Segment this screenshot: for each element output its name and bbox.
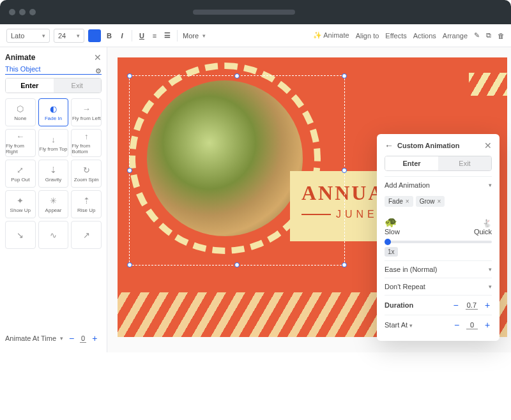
more-menu[interactable]: More	[183, 32, 199, 40]
list-button[interactable]: ☰	[163, 31, 172, 40]
chevron-down-icon: ▾	[489, 266, 492, 273]
minus-button[interactable]: −	[67, 333, 76, 343]
burst-icon: ✳	[50, 196, 57, 206]
tab-enter[interactable]: Enter	[6, 79, 54, 93]
anim-fly-right[interactable]: ←Fly from Right	[5, 129, 36, 157]
timing-value[interactable]: 0	[80, 334, 86, 343]
anim-none[interactable]: ⬡None	[5, 98, 36, 126]
cube-icon: ⬡	[17, 104, 24, 114]
panel-title: Custom Animation	[397, 142, 480, 149]
duration-row: Duration − 0.7 +	[385, 295, 492, 315]
start-at-label: Start At ▾	[385, 321, 413, 329]
italic-button[interactable]: I	[118, 32, 126, 40]
wand-icon[interactable]: ✎	[474, 31, 480, 40]
actions-button[interactable]: Actions	[413, 32, 436, 40]
fade-icon: ◐	[50, 104, 57, 114]
chip-remove-icon[interactable]: ×	[438, 198, 441, 205]
animate-button[interactable]: ✨ Animate	[313, 31, 349, 40]
resize-handle[interactable]	[127, 73, 132, 79]
resize-handle[interactable]	[342, 73, 347, 79]
curve-icon: ∿	[50, 230, 57, 240]
anim-fade-in[interactable]: ◐Fade In	[38, 98, 69, 126]
copy-icon[interactable]: ⧉	[486, 31, 491, 40]
arrow-icon: ↗	[83, 230, 90, 240]
font-size-select[interactable]: 24 ▾	[54, 29, 84, 43]
slider-thumb[interactable]	[385, 239, 391, 245]
resize-handle[interactable]	[127, 262, 132, 267]
arrow-up-icon: ↑	[84, 131, 89, 141]
plus-button[interactable]: +	[483, 320, 492, 330]
arrange-button[interactable]: Arrange	[443, 32, 468, 40]
anim-appear[interactable]: ✳Appear	[38, 190, 69, 218]
back-icon[interactable]: ←	[385, 140, 393, 151]
food-image[interactable]	[147, 80, 303, 236]
arrow-down-icon: ↓	[51, 135, 56, 144]
slow-label: Slow	[385, 228, 400, 236]
turtle-icon: 🐢	[385, 216, 400, 228]
chevron-down-icon: ▾	[42, 33, 45, 39]
arrow-icon: ↘	[17, 230, 24, 240]
sparkle-icon: ✦	[17, 196, 24, 206]
timing-label: Animate At Time	[5, 334, 56, 342]
align-to-button[interactable]: Align to	[356, 32, 379, 40]
plus-button[interactable]: +	[483, 300, 492, 310]
anim-more-1[interactable]: ↘	[5, 221, 36, 249]
repeat-select[interactable]: Don't Repeat ▾	[385, 278, 492, 295]
rise-icon: ⇡	[83, 196, 90, 206]
bold-button[interactable]: B	[105, 32, 114, 40]
anim-pop-out[interactable]: ⤢Pop Out	[5, 160, 36, 188]
close-icon[interactable]: ✕	[94, 52, 102, 63]
anim-rise-up[interactable]: ⇡Rise Up	[71, 190, 102, 218]
gear-icon[interactable]: ⚙	[95, 67, 102, 75]
add-animation-row[interactable]: Add Animation ▾	[385, 176, 492, 193]
font-label: Lato	[11, 32, 24, 40]
chevron-down-icon[interactable]: ▾	[60, 335, 63, 341]
url-bar	[193, 10, 295, 15]
easing-label: Ease in (Normal)	[385, 266, 438, 273]
anim-gravity[interactable]: ⇣Gravity	[38, 160, 69, 188]
rabbit-icon: 🐇	[474, 219, 492, 228]
divider	[177, 30, 178, 41]
minus-button[interactable]: −	[452, 300, 461, 310]
speed-row: 🐢 Slow 🐇 Quick	[385, 212, 492, 238]
duration-value[interactable]: 0.7	[466, 301, 478, 310]
top-toolbar: Lato ▾ 24 ▾ B I U ≡ ☰ More ▾ ✨ Animate A…	[0, 24, 511, 47]
chevron-down-icon[interactable]: ▾	[409, 322, 413, 329]
anim-fly-left[interactable]: →Fly from Left	[71, 98, 102, 126]
panel-tab-enter[interactable]: Enter	[385, 156, 438, 170]
sidebar-title: Animate	[5, 53, 35, 62]
anim-fly-bottom[interactable]: ↑Fly from Bottom	[71, 129, 102, 157]
panel-enter-exit-tabs: Enter Exit	[385, 156, 492, 171]
add-animation-label: Add Animation	[385, 181, 430, 189]
anim-fly-top[interactable]: ↓Fly from Top	[38, 129, 69, 157]
font-select[interactable]: Lato ▾	[6, 29, 50, 43]
chip-remove-icon[interactable]: ×	[406, 198, 409, 205]
anim-show-up[interactable]: ✦Show Up	[5, 190, 36, 218]
toolbar-right: ✨ Animate Align to Effects Actions Arran…	[313, 31, 505, 40]
trash-icon[interactable]: 🗑	[498, 32, 505, 40]
anim-more-2[interactable]: ∿	[38, 221, 69, 249]
anim-zoom-spin[interactable]: ↻Zoom Spin	[71, 160, 102, 188]
panel-tab-exit[interactable]: Exit	[438, 156, 491, 170]
animate-sidebar: Animate ✕ This Object ⚙ Enter Exit ⬡None…	[0, 47, 107, 352]
resize-handle[interactable]	[342, 262, 347, 267]
chip-fade[interactable]: Fade×	[385, 196, 413, 207]
align-button[interactable]: ≡	[150, 32, 159, 40]
chevron-down-icon: ▾	[202, 33, 206, 39]
decorative-stripes	[469, 73, 507, 96]
plus-button[interactable]: +	[90, 333, 99, 343]
effects-button[interactable]: Effects	[385, 32, 406, 40]
resize-handle[interactable]	[234, 262, 240, 267]
text-color-swatch[interactable]	[88, 29, 101, 42]
start-at-value[interactable]: 0	[466, 321, 478, 329]
underline-button[interactable]: U	[137, 32, 146, 40]
tab-exit[interactable]: Exit	[54, 79, 102, 93]
timing-row: Animate At Time ▾ − 0 +	[5, 329, 102, 347]
duration-label: Duration	[385, 301, 413, 309]
easing-select[interactable]: Ease in (Normal) ▾	[385, 260, 492, 278]
speed-slider[interactable]	[385, 241, 492, 243]
minus-button[interactable]: −	[452, 320, 461, 330]
chip-grow[interactable]: Grow×	[416, 196, 445, 207]
anim-more-3[interactable]: ↗	[71, 221, 102, 249]
close-icon[interactable]: ✕	[484, 140, 492, 151]
